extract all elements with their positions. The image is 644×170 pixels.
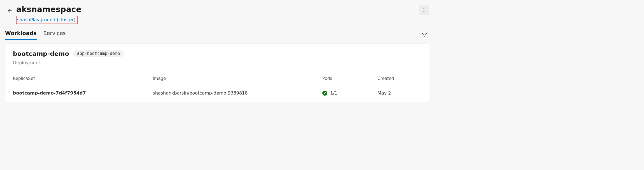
filter-icon	[422, 32, 427, 38]
breadcrumb-cluster-link[interactable]: shasbPlayground (cluster)	[16, 16, 78, 24]
tab-workloads[interactable]: Workloads	[5, 30, 37, 40]
svg-point-3	[424, 11, 424, 12]
more-actions-button[interactable]	[419, 5, 429, 15]
table-row[interactable]: bootcamp-demo-7d4f7954d7 shashankbarsin/…	[5, 85, 429, 101]
more-vertical-icon	[422, 8, 426, 12]
replicaset-table: ReplicaSet Image Pods Created bootcamp-d…	[5, 73, 429, 101]
cell-replicaset-name: bootcamp-demo-7d4f7954d7	[5, 85, 145, 101]
svg-point-2	[424, 10, 424, 11]
tab-services[interactable]: Services	[43, 30, 66, 40]
back-button[interactable]	[5, 6, 14, 15]
column-header-replicaset[interactable]: ReplicaSet	[5, 73, 145, 85]
cell-created: May 2	[370, 85, 429, 101]
pods-count: 1/1	[330, 90, 337, 96]
status-ok-icon	[322, 91, 327, 96]
filter-button[interactable]	[420, 31, 429, 40]
column-header-created[interactable]: Created	[370, 73, 429, 85]
cell-image: shashankbarsin/bootcamp-demo:9389818	[145, 85, 315, 101]
workload-card: bootcamp-demo app=bootcamp-demo Deployme…	[5, 44, 429, 102]
tabs: Workloads Services	[5, 30, 420, 40]
workload-kind: Deployment	[13, 60, 421, 65]
svg-point-1	[424, 8, 424, 9]
page-title: aksnamespace	[16, 5, 419, 14]
column-header-pods[interactable]: Pods	[314, 73, 370, 85]
cell-pods: 1/1	[314, 85, 370, 101]
workload-name: bootcamp-demo	[13, 50, 69, 57]
column-header-image[interactable]: Image	[145, 73, 315, 85]
label-pill: app=bootcamp-demo	[73, 50, 124, 57]
